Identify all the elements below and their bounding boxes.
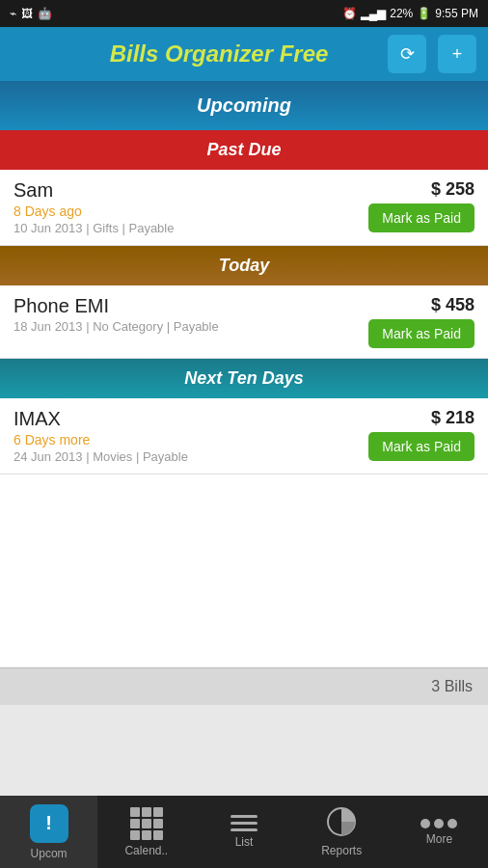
bill-meta-imax: 24 Jun 2013 | Movies | Payable (14, 449, 368, 464)
mark-paid-imax[interactable]: Mark as Paid (368, 432, 474, 461)
bill-right-sam: $ 258 Mark as Paid (368, 179, 474, 232)
calendar-nav-icon (130, 807, 163, 840)
add-button[interactable]: + (438, 35, 476, 73)
app-header: Bills Organizer Free ⟳ + (0, 27, 488, 81)
bill-meta-phone-emi: 18 Jun 2013 | No Category | Payable (14, 319, 368, 334)
next-ten-label: Next Ten Days (184, 368, 303, 388)
main-content: Upcoming Past Due Sam 8 Days ago 10 Jun … (0, 81, 488, 796)
bill-item-phone-emi: Phone EMI 18 Jun 2013 | No Category | Pa… (0, 285, 488, 359)
nav-label-more: More (426, 832, 452, 846)
list-nav-icon (230, 815, 258, 831)
bill-timing-imax: 6 Days more (14, 432, 368, 448)
section-next-ten-header: Next Ten Days (0, 359, 488, 398)
nav-item-more[interactable]: More (391, 796, 488, 868)
bill-right-imax: $ 218 Mark as Paid (368, 408, 474, 461)
bottom-nav: ! Upcom Calend.. List (0, 796, 488, 868)
app-title: Bills Organizer Free (56, 41, 382, 68)
nav-item-upcoming[interactable]: ! Upcom (0, 796, 97, 868)
upcoming-nav-icon: ! (30, 804, 68, 843)
bill-count-bar: 3 Bills (0, 667, 488, 705)
nav-label-list: List (235, 835, 254, 849)
section-past-due-header: Past Due (0, 130, 488, 170)
empty-space (0, 475, 488, 667)
nav-label-upcoming: Upcom (31, 847, 68, 860)
section-upcoming-header: Upcoming (0, 81, 488, 130)
today-label: Today (219, 256, 269, 275)
signal-icon: ▂▄▆ (361, 7, 387, 20)
bill-item-imax: IMAX 6 Days more 24 Jun 2013 | Movies | … (0, 398, 488, 475)
image-icon: 🖼 (21, 7, 33, 20)
alarm-icon: ⏰ (342, 7, 357, 20)
section-today-header: Today (0, 246, 488, 285)
time-display: 9:55 PM (435, 7, 478, 20)
status-left-icons: ⌁ 🖼 🤖 (10, 7, 52, 20)
mark-paid-sam[interactable]: Mark as Paid (368, 203, 474, 232)
status-right-icons: ⏰ ▂▄▆ 22% 🔋 9:55 PM (342, 7, 478, 20)
bill-left-sam: Sam 8 Days ago 10 Jun 2013 | Gifts | Pay… (14, 179, 368, 235)
bill-item-sam: Sam 8 Days ago 10 Jun 2013 | Gifts | Pay… (0, 170, 488, 246)
nav-label-reports: Reports (321, 844, 362, 857)
nav-item-reports[interactable]: Reports (293, 796, 391, 868)
bill-name-sam: Sam (14, 179, 368, 202)
bill-amount-phone-emi: $ 458 (431, 295, 474, 315)
upcoming-label: Upcoming (197, 95, 291, 116)
battery-icon: 🔋 (417, 7, 431, 20)
bill-name-phone-emi: Phone EMI (14, 295, 368, 317)
past-due-label: Past Due (206, 140, 281, 159)
bill-timing-sam: 8 Days ago (14, 203, 368, 219)
battery-text: 22% (390, 7, 413, 20)
mark-paid-phone-emi[interactable]: Mark as Paid (368, 319, 474, 348)
bill-name-imax: IMAX (14, 408, 368, 430)
bill-meta-sam: 10 Jun 2013 | Gifts | Payable (14, 221, 368, 235)
nav-label-calendar: Calend.. (124, 844, 168, 857)
status-bar: ⌁ 🖼 🤖 ⏰ ▂▄▆ 22% 🔋 9:55 PM (0, 0, 488, 27)
nav-item-list[interactable]: List (195, 796, 292, 868)
bill-left-phone-emi: Phone EMI 18 Jun 2013 | No Category | Pa… (14, 295, 368, 334)
bill-amount-imax: $ 218 (431, 408, 474, 428)
usb-icon: ⌁ (10, 7, 16, 20)
bill-left-imax: IMAX 6 Days more 24 Jun 2013 | Movies | … (14, 408, 368, 464)
bill-count: 3 Bills (431, 678, 473, 694)
reports-nav-icon (326, 806, 357, 840)
android-icon: 🤖 (38, 7, 52, 20)
nav-item-calendar[interactable]: Calend.. (97, 796, 195, 868)
bill-amount-sam: $ 258 (431, 179, 474, 200)
more-nav-icon (420, 819, 457, 828)
refresh-button[interactable]: ⟳ (388, 35, 426, 73)
bill-right-phone-emi: $ 458 Mark as Paid (368, 295, 474, 348)
